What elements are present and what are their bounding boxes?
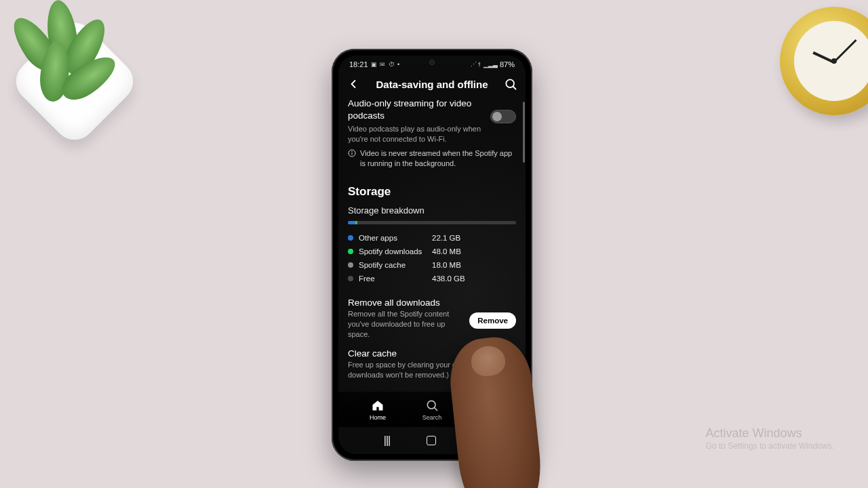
watermark-line2: Go to Settings to activate Windows. xyxy=(706,441,834,451)
info-icon xyxy=(348,149,356,160)
storage-bar xyxy=(348,221,516,224)
legend-dot xyxy=(348,262,353,268)
legend-label: Free xyxy=(359,274,427,283)
clock-decoration xyxy=(780,7,868,115)
legend-dot xyxy=(348,276,353,281)
legend-label: Spotify cache xyxy=(359,261,427,269)
legend-dot xyxy=(348,249,353,254)
storage-breakdown-title: Storage breakdown xyxy=(348,205,516,216)
setting-title: Audio-only streaming for video podcasts xyxy=(348,98,484,122)
legend-label: Other apps xyxy=(359,234,427,242)
watermark-line1: Activate Windows xyxy=(706,426,834,441)
setting-audio-only[interactable]: Audio-only streaming for video podcasts … xyxy=(348,98,516,144)
legend-value: 438.0 GB xyxy=(432,274,465,283)
nav-search-label: Search xyxy=(422,414,442,421)
nav-search[interactable]: Search xyxy=(405,399,459,421)
nav-home-label: Home xyxy=(370,414,386,421)
info-text: Video is never streamed when the Spotify… xyxy=(360,148,516,169)
legend-free: Free 438.0 GB xyxy=(348,272,516,285)
legend-other-apps: Other apps 22.1 GB xyxy=(348,231,516,245)
remove-button[interactable]: Remove xyxy=(469,312,516,329)
setting-subtitle: Video podcasts play as audio-only when y… xyxy=(348,124,484,144)
legend-value: 18.0 MB xyxy=(432,261,461,269)
nav-home[interactable]: Home xyxy=(351,399,405,421)
legend-value: 22.1 GB xyxy=(432,234,460,242)
svg-point-4 xyxy=(352,151,353,152)
legend-dot xyxy=(348,235,353,241)
setting-remove-downloads: Remove all downloads Remove all the Spot… xyxy=(348,298,516,340)
front-camera xyxy=(429,60,435,65)
status-left-icons: ▣ ✉ ⏱ • xyxy=(371,61,401,68)
legend-value: 48.0 MB xyxy=(432,247,461,256)
sys-home-button[interactable] xyxy=(427,436,436,445)
search-icon[interactable] xyxy=(504,77,517,91)
windows-watermark: Activate Windows Go to Settings to activ… xyxy=(706,426,834,451)
audio-only-toggle[interactable] xyxy=(490,110,516,123)
section-storage: Storage xyxy=(348,185,516,199)
plant-decoration xyxy=(0,0,163,163)
status-right-icons: ⋰ ⫯ ▁▂▃ xyxy=(471,61,498,68)
scrollbar[interactable] xyxy=(523,102,525,163)
svg-line-6 xyxy=(435,407,437,410)
legend-label: Spotify downloads xyxy=(359,247,427,256)
page-title: Data-saving and offline xyxy=(376,79,488,90)
back-icon[interactable] xyxy=(347,77,360,91)
legend-spotify-cache: Spotify cache 18.0 MB xyxy=(348,258,516,272)
status-battery: 87% xyxy=(500,60,515,68)
audio-only-info: Video is never streamed when the Spotify… xyxy=(348,148,516,169)
remove-downloads-subtitle: Remove all the Spotify content you've do… xyxy=(348,309,462,340)
storage-legend: Other apps 22.1 GB Spotify downloads 48.… xyxy=(348,231,516,285)
svg-line-1 xyxy=(513,87,516,89)
app-header: Data-saving and offline xyxy=(338,73,526,98)
status-time: 18:21 xyxy=(349,60,368,68)
sys-recents-button[interactable]: ||| xyxy=(384,434,390,447)
remove-downloads-title: Remove all downloads xyxy=(348,298,462,308)
legend-spotify-downloads: Spotify downloads 48.0 MB xyxy=(348,245,516,258)
